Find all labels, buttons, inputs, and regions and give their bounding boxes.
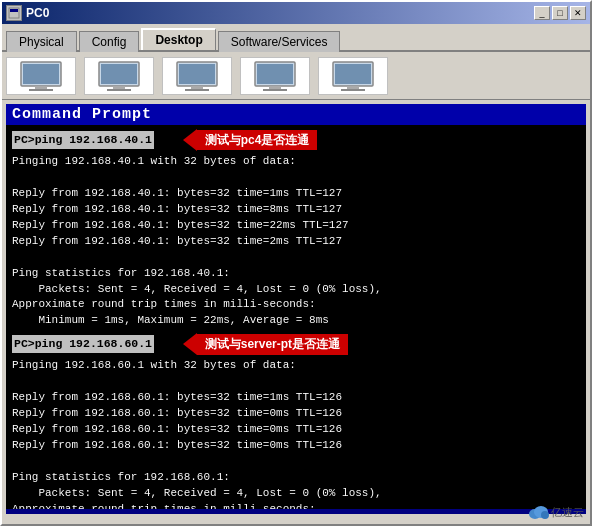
svg-rect-16 — [269, 86, 281, 89]
ping2-section: PC>ping 192.168.60.1 测试与server-pt是否连通 Pi… — [12, 333, 580, 509]
device-icon-4 — [240, 57, 310, 95]
device-icon-1 — [6, 57, 76, 95]
minimize-button[interactable]: _ — [534, 6, 550, 20]
tab-desktop[interactable]: Desktop — [141, 28, 215, 50]
svg-rect-4 — [35, 86, 47, 89]
svg-rect-21 — [341, 89, 365, 91]
tab-config[interactable]: Config — [79, 31, 140, 52]
tab-bar: Physical Config Desktop Software/Service… — [2, 24, 590, 52]
title-bar-buttons: _ □ ✕ — [534, 6, 586, 20]
svg-rect-1 — [10, 9, 18, 12]
device-icons-area — [2, 52, 590, 100]
device-icon-3 — [162, 57, 232, 95]
ping1-command-line: PC>ping 192.168.40.1 测试与pc4是否连通 — [12, 129, 580, 151]
svg-rect-20 — [347, 86, 359, 89]
maximize-button[interactable]: □ — [552, 6, 568, 20]
ping2-command: PC>ping 192.168.60.1 — [12, 335, 154, 353]
title-bar-left: PC0 — [6, 5, 49, 21]
svg-rect-5 — [29, 89, 53, 91]
svg-rect-12 — [191, 86, 203, 89]
ping1-command: PC>ping 192.168.40.1 — [12, 131, 154, 149]
ping1-annotation-text: 测试与pc4是否连通 — [197, 130, 318, 151]
svg-rect-11 — [179, 64, 215, 84]
title-bar: PC0 _ □ ✕ — [2, 2, 590, 24]
command-prompt-container: Command Prompt PC>ping 192.168.40.1 测试与p… — [6, 104, 586, 514]
device-icon-5 — [318, 57, 388, 95]
arrow-left-2-icon — [183, 333, 197, 355]
window: PC0 _ □ ✕ Physical Config Desktop Softwa… — [0, 0, 592, 526]
ping2-output: Pinging 192.168.60.1 with 32 bytes of da… — [12, 358, 580, 509]
close-button[interactable]: ✕ — [570, 6, 586, 20]
cmd-title: Command Prompt — [6, 104, 586, 125]
svg-rect-7 — [101, 64, 137, 84]
tab-physical[interactable]: Physical — [6, 31, 77, 52]
tab-software-services[interactable]: Software/Services — [218, 31, 341, 52]
svg-rect-9 — [107, 89, 131, 91]
device-icon-2 — [84, 57, 154, 95]
svg-rect-8 — [113, 86, 125, 89]
ping2-annotation: 测试与server-pt是否连通 — [183, 333, 348, 355]
watermark-text: 亿速云 — [551, 505, 584, 520]
ping2-command-line: PC>ping 192.168.60.1 测试与server-pt是否连通 — [12, 333, 580, 355]
svg-rect-13 — [185, 89, 209, 91]
ping2-annotation-text: 测试与server-pt是否连通 — [197, 334, 348, 355]
svg-point-24 — [541, 511, 549, 519]
arrow-left-icon — [183, 129, 197, 151]
ping1-annotation: 测试与pc4是否连通 — [183, 129, 318, 151]
window-icon — [6, 5, 22, 21]
svg-rect-15 — [257, 64, 293, 84]
cmd-content[interactable]: PC>ping 192.168.40.1 测试与pc4是否连通 Pinging … — [6, 125, 586, 509]
ping1-output: Pinging 192.168.40.1 with 32 bytes of da… — [12, 154, 580, 329]
svg-rect-19 — [335, 64, 371, 84]
window-title: PC0 — [26, 6, 49, 20]
watermark: 亿速云 — [527, 504, 584, 520]
svg-rect-17 — [263, 89, 287, 91]
watermark-logo-icon — [527, 504, 549, 520]
svg-rect-3 — [23, 64, 59, 84]
ping1-section: PC>ping 192.168.40.1 测试与pc4是否连通 Pinging … — [12, 129, 580, 329]
